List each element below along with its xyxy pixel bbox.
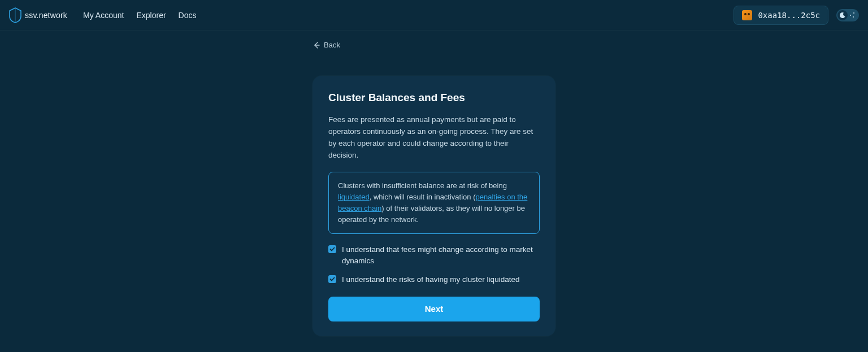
moon-icon <box>840 12 845 18</box>
liquidated-link[interactable]: liquidated <box>338 193 370 201</box>
nav-my-account[interactable]: My Account <box>83 11 124 20</box>
brand-logo[interactable]: ssv.network <box>9 7 67 23</box>
header-right: 0xaa18...2c5c <box>734 6 859 25</box>
page-content: Cluster Balances and Fees Fees are prese… <box>0 31 868 336</box>
checkbox-fees-dynamic-label: I understand that fees might change acco… <box>342 244 540 266</box>
nav-explorer[interactable]: Explorer <box>136 11 166 20</box>
app-header: ssv.network My Account Explorer Docs 0xa… <box>0 0 868 31</box>
theme-toggle[interactable] <box>836 9 859 21</box>
checkbox-liquidation-risk[interactable] <box>328 275 336 283</box>
check-icon <box>329 246 335 252</box>
callout-text-2: , which will result in inactivation ( <box>370 193 476 201</box>
check-icon <box>329 276 335 282</box>
brand-text: ssv.network <box>25 11 67 20</box>
header-left: ssv.network My Account Explorer Docs <box>9 7 197 23</box>
card-title: Cluster Balances and Fees <box>328 92 540 104</box>
callout-text-1: Clusters with insufficient balance are a… <box>338 181 509 190</box>
nav-docs[interactable]: Docs <box>179 11 197 20</box>
arrow-left-icon <box>313 41 320 49</box>
ssv-logo-icon <box>9 7 21 23</box>
wallet-address: 0xaa18...2c5c <box>758 11 820 20</box>
checkbox-row-fees-dynamic[interactable]: I understand that fees might change acco… <box>328 244 540 266</box>
back-label: Back <box>324 41 340 49</box>
stars-icon <box>850 12 856 18</box>
theme-toggle-knob <box>837 10 848 20</box>
fees-card: Cluster Balances and Fees Fees are prese… <box>313 76 555 336</box>
checkbox-liquidation-risk-label: I understand the risks of having my clus… <box>342 274 519 285</box>
liquidation-callout: Clusters with insufficient balance are a… <box>328 172 540 234</box>
wallet-provider-icon <box>742 10 752 20</box>
checkbox-fees-dynamic[interactable] <box>328 245 336 253</box>
wallet-button[interactable]: 0xaa18...2c5c <box>734 6 828 25</box>
checkbox-row-liquidation-risk[interactable]: I understand the risks of having my clus… <box>328 274 540 285</box>
back-link[interactable]: Back <box>313 41 340 49</box>
next-button[interactable]: Next <box>328 297 540 321</box>
card-body-text: Fees are presented as annual payments bu… <box>328 114 540 162</box>
